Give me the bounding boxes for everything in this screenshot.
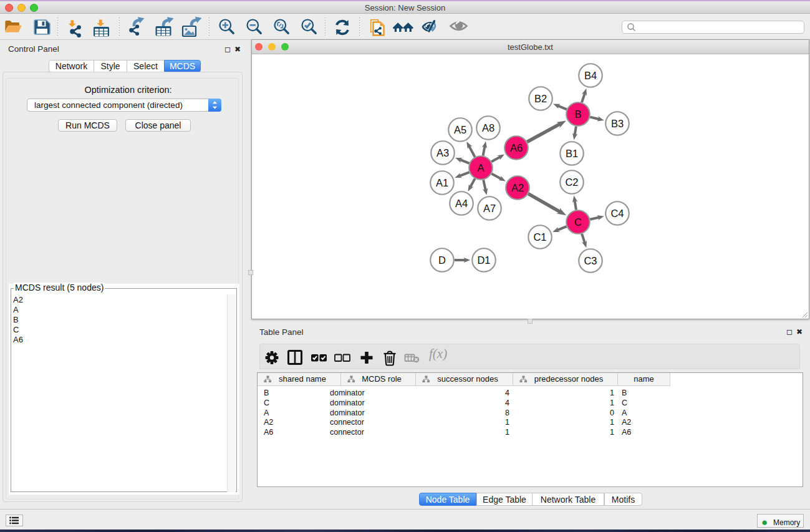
svg-text:A: A <box>477 162 484 173</box>
svg-text:D1: D1 <box>477 254 490 266</box>
svg-text:A3: A3 <box>436 147 449 158</box>
svg-text:B: B <box>574 109 581 120</box>
svg-text:A8: A8 <box>482 122 494 133</box>
svg-text:A2: A2 <box>511 182 524 193</box>
svg-text:A5: A5 <box>454 124 466 135</box>
svg-text:A4: A4 <box>455 198 468 209</box>
svg-text:B2: B2 <box>534 93 547 104</box>
svg-text:C2: C2 <box>565 177 578 188</box>
svg-text:B4: B4 <box>584 70 597 81</box>
svg-text:D: D <box>438 254 446 266</box>
svg-text:A6: A6 <box>510 142 523 153</box>
svg-text:C3: C3 <box>584 255 597 266</box>
svg-text:A1: A1 <box>436 177 448 188</box>
svg-text:B3: B3 <box>611 118 624 129</box>
svg-text:C: C <box>574 216 582 228</box>
svg-text:C4: C4 <box>610 208 624 219</box>
svg-text:A7: A7 <box>483 203 496 214</box>
svg-text:B1: B1 <box>566 148 578 159</box>
svg-text:C1: C1 <box>533 231 546 243</box>
